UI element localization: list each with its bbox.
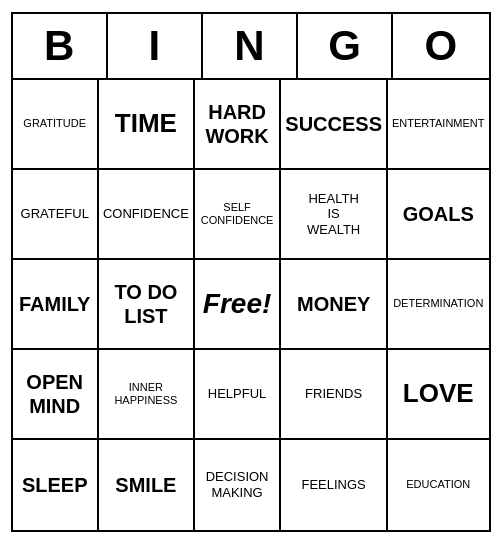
cell-r3-c2: HELPFUL: [195, 350, 281, 440]
cell-label: OPENMIND: [26, 370, 83, 418]
cell-r3-c0: OPENMIND: [13, 350, 99, 440]
cell-r4-c4: EDUCATION: [388, 440, 489, 530]
cell-r4-c3: FEELINGS: [281, 440, 388, 530]
cell-label: CONFIDENCE: [103, 206, 189, 222]
cell-r1-c2: SELFCONFIDENCE: [195, 170, 281, 260]
cell-r1-c0: GRATEFUL: [13, 170, 99, 260]
cell-label: SLEEP: [22, 473, 88, 497]
cell-label: Free!: [203, 288, 271, 320]
cell-label: TO DOLIST: [114, 280, 177, 328]
cell-r4-c2: DECISIONMAKING: [195, 440, 281, 530]
cell-label: TIME: [115, 108, 177, 139]
cell-r1-c1: CONFIDENCE: [99, 170, 195, 260]
header-letter: O: [393, 14, 488, 78]
cell-label: SMILE: [115, 473, 176, 497]
bingo-grid: GRATITUDETIMEHARDWORKSUCCESSENTERTAINMEN…: [13, 80, 489, 530]
header-letter: I: [108, 14, 203, 78]
cell-r0-c3: SUCCESS: [281, 80, 388, 170]
cell-label: FEELINGS: [302, 477, 366, 493]
cell-label: HARDWORK: [205, 100, 268, 148]
cell-label: GOALS: [403, 202, 474, 226]
cell-r2-c1: TO DOLIST: [99, 260, 195, 350]
cell-label: ENTERTAINMENT: [392, 117, 485, 130]
cell-label: MONEY: [297, 292, 370, 316]
cell-r1-c3: HEALTHISWEALTH: [281, 170, 388, 260]
cell-r4-c0: SLEEP: [13, 440, 99, 530]
cell-label: LOVE: [403, 378, 474, 409]
header-letter: B: [13, 14, 108, 78]
cell-label: FAMILY: [19, 292, 91, 316]
cell-r3-c3: FRIENDS: [281, 350, 388, 440]
cell-label: EDUCATION: [406, 478, 470, 491]
bingo-header: BINGO: [13, 14, 489, 80]
bingo-card: BINGO GRATITUDETIMEHARDWORKSUCCESSENTERT…: [11, 12, 491, 532]
cell-label: DETERMINATION: [393, 297, 483, 310]
cell-label: FRIENDS: [305, 386, 362, 402]
cell-label: DECISIONMAKING: [206, 469, 269, 500]
cell-r3-c4: LOVE: [388, 350, 489, 440]
cell-label: SUCCESS: [285, 112, 382, 136]
cell-r2-c2: Free!: [195, 260, 281, 350]
cell-r3-c1: INNERHAPPINESS: [99, 350, 195, 440]
cell-r0-c0: GRATITUDE: [13, 80, 99, 170]
cell-label: INNERHAPPINESS: [114, 381, 177, 407]
cell-r2-c0: FAMILY: [13, 260, 99, 350]
cell-r1-c4: GOALS: [388, 170, 489, 260]
header-letter: G: [298, 14, 393, 78]
header-letter: N: [203, 14, 298, 78]
cell-r0-c2: HARDWORK: [195, 80, 281, 170]
cell-r4-c1: SMILE: [99, 440, 195, 530]
cell-label: GRATEFUL: [21, 206, 89, 222]
cell-label: GRATITUDE: [23, 117, 86, 130]
cell-label: SELFCONFIDENCE: [201, 201, 274, 227]
cell-r0-c1: TIME: [99, 80, 195, 170]
cell-r0-c4: ENTERTAINMENT: [388, 80, 489, 170]
cell-r2-c4: DETERMINATION: [388, 260, 489, 350]
cell-label: HEALTHISWEALTH: [307, 191, 360, 238]
cell-label: HELPFUL: [208, 386, 267, 402]
cell-r2-c3: MONEY: [281, 260, 388, 350]
